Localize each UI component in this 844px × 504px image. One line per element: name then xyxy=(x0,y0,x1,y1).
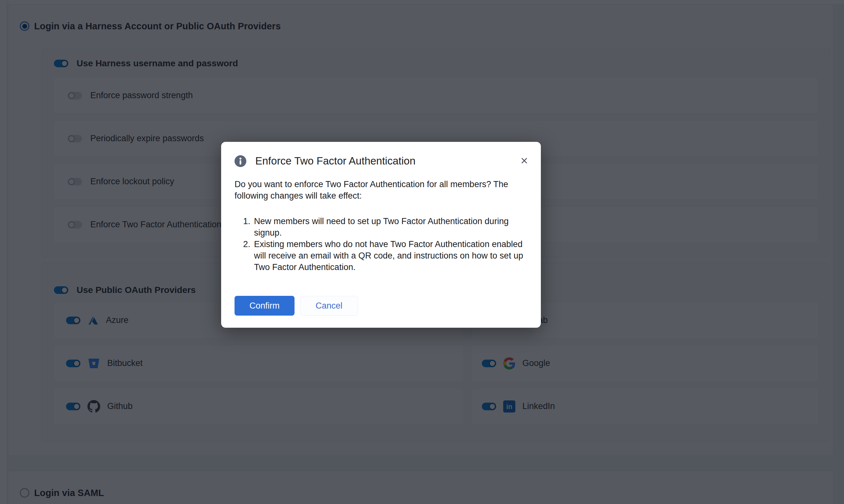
close-icon xyxy=(519,156,529,166)
close-button[interactable] xyxy=(518,155,531,167)
confirm-button[interactable]: Confirm xyxy=(235,296,294,316)
dialog-title: Enforce Two Factor Authentication xyxy=(255,155,415,167)
dialog-footer: Confirm Cancel xyxy=(235,296,358,316)
info-icon xyxy=(235,155,246,167)
dialog-header: Enforce Two Factor Authentication xyxy=(235,155,531,167)
list-item: New members will need to set up Two Fact… xyxy=(253,216,530,238)
authentication-settings-screen: Login via a Harness Account or Public OA… xyxy=(0,0,844,504)
dialog-intro-text: Do you want to enforce Two Factor Authen… xyxy=(235,179,510,201)
enforce-2fa-dialog: Enforce Two Factor Authentication Do you… xyxy=(221,142,541,328)
list-item: Existing members who do not have Two Fac… xyxy=(253,238,530,273)
dialog-body: Do you want to enforce Two Factor Authen… xyxy=(235,179,530,273)
dialog-change-list: New members will need to set up Two Fact… xyxy=(235,216,530,273)
cancel-button[interactable]: Cancel xyxy=(300,296,358,316)
